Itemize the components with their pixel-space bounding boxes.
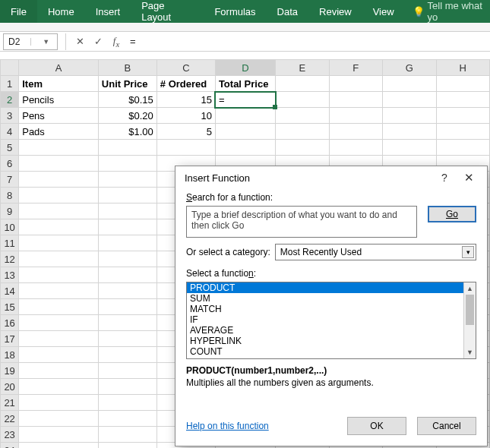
cell[interactable] (98, 347, 156, 363)
cell[interactable] (19, 379, 99, 395)
enter-formula-button[interactable]: ✓ (89, 33, 107, 50)
cell[interactable] (19, 443, 99, 449)
go-button[interactable]: Go (428, 206, 476, 222)
row-header-17[interactable]: 17 (1, 331, 19, 347)
row-header-23[interactable]: 23 (1, 427, 19, 443)
row-header-5[interactable]: 5 (1, 140, 19, 156)
cell[interactable]: $0.20 (98, 108, 156, 124)
cell[interactable]: $0.15 (98, 92, 156, 108)
row-header-20[interactable]: 20 (1, 379, 19, 395)
insert-function-button[interactable]: fx (107, 33, 125, 50)
formula-input[interactable] (125, 33, 490, 50)
cell[interactable] (215, 108, 275, 124)
cell[interactable] (436, 140, 490, 156)
cell[interactable] (329, 124, 382, 140)
cell[interactable] (436, 124, 490, 140)
col-header-a[interactable]: A (19, 60, 99, 76)
list-item[interactable]: HYPERLINK (187, 336, 463, 346)
cell[interactable] (98, 140, 156, 156)
cell[interactable] (329, 76, 382, 92)
col-header-f[interactable]: F (329, 60, 382, 76)
row-header-6[interactable]: 6 (1, 156, 19, 172)
cell[interactable] (98, 156, 156, 172)
cell[interactable] (383, 92, 436, 108)
col-header-g[interactable]: G (383, 60, 436, 76)
cell[interactable] (19, 235, 99, 251)
row-header-24[interactable]: 24 (1, 443, 19, 449)
cell[interactable] (19, 299, 99, 315)
list-item[interactable]: SUM (187, 293, 463, 304)
cell[interactable] (19, 427, 99, 443)
cancel-button[interactable]: Cancel (417, 417, 476, 435)
cell[interactable] (19, 363, 99, 379)
cell[interactable] (19, 347, 99, 363)
cell[interactable] (276, 140, 329, 156)
cell[interactable] (383, 124, 436, 140)
cell[interactable]: Pads (19, 124, 99, 140)
col-header-b[interactable]: B (98, 60, 156, 76)
cell[interactable] (215, 140, 275, 156)
cell[interactable] (98, 283, 156, 299)
row-header-2[interactable]: 2 (1, 92, 19, 108)
tab-file[interactable]: File (0, 0, 37, 23)
row-header-1[interactable]: 1 (1, 76, 19, 92)
scroll-thumb[interactable] (466, 295, 474, 325)
cell[interactable] (98, 267, 156, 283)
help-button[interactable]: ? (432, 167, 457, 188)
row-header-7[interactable]: 7 (1, 172, 19, 188)
cell[interactable] (276, 76, 329, 92)
cell[interactable] (19, 140, 99, 156)
cell[interactable] (98, 299, 156, 315)
cell[interactable] (19, 267, 99, 283)
cell[interactable] (98, 395, 156, 411)
cell[interactable] (436, 92, 490, 108)
cell[interactable] (98, 427, 156, 443)
col-header-e[interactable]: E (276, 60, 329, 76)
row-header-4[interactable]: 4 (1, 124, 19, 140)
row-header-9[interactable]: 9 (1, 203, 19, 219)
tab-formulas[interactable]: Formulas (204, 0, 266, 23)
tell-me[interactable]: 💡 Tell me what yo (405, 0, 490, 23)
row-header-10[interactable]: 10 (1, 219, 19, 235)
scroll-down-icon[interactable]: ▼ (464, 346, 476, 358)
help-link[interactable]: Help on this function (186, 421, 337, 431)
cancel-formula-button[interactable]: ✕ (71, 33, 89, 50)
cell[interactable] (98, 219, 156, 235)
list-item[interactable]: IF (187, 314, 463, 325)
cell[interactable] (383, 76, 436, 92)
row-header-12[interactable]: 12 (1, 251, 19, 267)
cell[interactable] (98, 411, 156, 427)
cell[interactable]: $1.00 (98, 124, 156, 140)
cell[interactable] (436, 76, 490, 92)
scrollbar[interactable]: ▲ ▼ (463, 282, 476, 358)
row-header-19[interactable]: 19 (1, 363, 19, 379)
cell[interactable] (276, 92, 329, 108)
col-header-d[interactable]: D (215, 60, 275, 76)
cell[interactable] (98, 203, 156, 219)
cell[interactable] (98, 172, 156, 188)
cell[interactable] (98, 188, 156, 203)
row-header-3[interactable]: 3 (1, 108, 19, 124)
cell[interactable]: Item (19, 76, 99, 92)
cell[interactable] (19, 315, 99, 331)
close-button[interactable]: ✕ (457, 167, 481, 188)
cell[interactable] (98, 363, 156, 379)
cell[interactable] (19, 188, 99, 203)
dialog-titlebar[interactable]: Insert Function ? ✕ (175, 166, 487, 189)
cell[interactable] (383, 108, 436, 124)
cell[interactable] (329, 108, 382, 124)
chevron-down-icon[interactable]: ▾ (462, 246, 474, 258)
cell[interactable] (19, 251, 99, 267)
col-header-h[interactable]: H (436, 60, 490, 76)
list-item[interactable]: COUNT (187, 346, 463, 357)
cell[interactable] (98, 331, 156, 347)
row-header-22[interactable]: 22 (1, 411, 19, 427)
cell[interactable] (19, 203, 99, 219)
row-header-11[interactable]: 11 (1, 235, 19, 251)
ok-button[interactable]: OK (347, 417, 406, 435)
name-box[interactable]: D2 ▼ (3, 33, 58, 50)
cell[interactable]: Total Price (215, 76, 275, 92)
scroll-up-icon[interactable]: ▲ (464, 282, 476, 295)
list-item[interactable]: MATCH (187, 304, 463, 314)
cell[interactable] (19, 156, 99, 172)
